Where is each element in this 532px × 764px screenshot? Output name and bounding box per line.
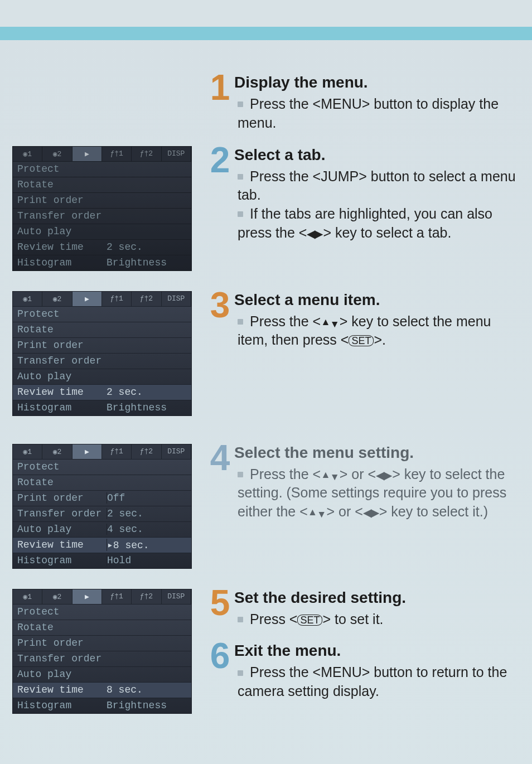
step-bullet: Press the <> key to select the menu item… [238,312,520,350]
left-right-key-icon [307,224,323,243]
step-number: 4 [204,444,234,521]
menu-item-selected: Review time2 sec. [13,384,191,400]
step-4: 4 Select the menu setting. Press the <> … [204,444,520,521]
header-accent-bar [0,27,532,40]
step-title: Display the menu. [234,74,520,91]
camera-screen-4: ◉1◉2▶ƒ†1ƒ†2DISP Protect Rotate Print ord… [12,589,192,714]
set-key-icon: SET [297,615,322,626]
step-bullet: Press <SET> to set it. [238,610,520,629]
step-bullet: Press the <JUMP> button to select a menu… [238,167,520,205]
playback-tab-icon: ▶ [72,147,102,161]
step-number: 1 [204,74,234,133]
step-number: 3 [204,291,234,350]
step-bullet: Press the <> or <> key to select the set… [238,465,520,521]
step-title: Select a menu item. [234,291,520,309]
step-title: Set the desired setting. [234,589,520,607]
step-2: 2 Select a tab. Press the <JUMP> button … [204,146,520,243]
step-title: Exit the menu. [234,642,520,660]
set-key-icon: SET [349,335,374,346]
step-6: 6 Exit the menu. Press the <MENU> button… [204,642,520,701]
step-number: 5 [204,589,234,629]
step-3: 3 Select a menu item. Press the <> key t… [204,291,520,350]
step-1: 1 Display the menu. Press the <MENU> but… [204,74,520,133]
step-title: Select a tab. [234,146,520,164]
menu-item: Protect [17,163,107,175]
camera-screen-1: ◉1◉2▶ƒ†1ƒ†2DISP Protect Rotate Print ord… [12,146,192,271]
step-bullet: Press the <MENU> button to return to the… [238,663,520,701]
up-down-key-icon [321,312,340,331]
step-bullet: Press the <MENU> button to display the m… [238,95,520,133]
camera-screen-2: ◉1◉2▶ƒ†1ƒ†2DISP Protect Rotate Print ord… [12,291,192,416]
step-bullet: If the tabs are highlighted, you can als… [238,205,520,243]
step-number: 2 [204,146,234,243]
step-number: 6 [204,642,234,701]
manual-page: 1 Display the menu. Press the <MENU> but… [0,27,532,764]
step-5: 5 Set the desired setting. Press <SET> t… [204,589,520,629]
camera-screen-3: ◉1◉2▶ƒ†1ƒ†2DISP Protect Rotate Print ord… [12,444,192,569]
camera-tabs: ◉1◉2▶ƒ†1ƒ†2DISP [13,147,191,161]
step-title: Select the menu setting. [234,444,520,462]
